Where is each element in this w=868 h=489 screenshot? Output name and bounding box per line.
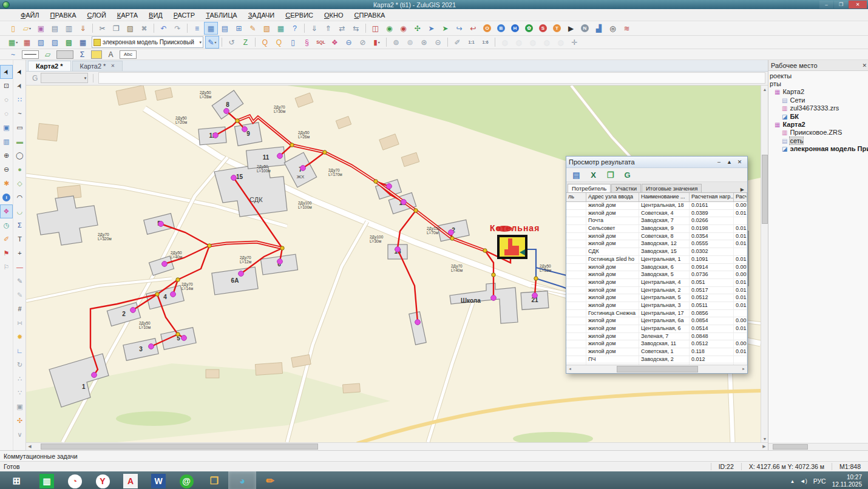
table-row[interactable]: Гостиница Sled ho Центральная, 1 0.1091 … xyxy=(566,256,747,264)
chrome-icon[interactable]: ◔ xyxy=(61,471,89,489)
network-tools-icon[interactable]: ✣ xyxy=(13,414,26,428)
badge-h-icon[interactable]: H xyxy=(508,22,522,35)
badge-ok-icon[interactable]: ✿ xyxy=(522,22,536,35)
edit-layer-icon[interactable]: ▨ xyxy=(48,36,62,49)
table-row[interactable]: жилой дом Советская, 8 0.0354 0.01 xyxy=(566,233,747,241)
tree-item[interactable]: Карта2 xyxy=(768,88,868,96)
word-icon[interactable]: W xyxy=(144,471,172,489)
switch-tasks-icon[interactable]: ✣ xyxy=(410,22,424,35)
legend-icon[interactable]: ▤ xyxy=(218,22,232,35)
draw-sector-icon[interactable]: ◡ xyxy=(13,204,26,218)
dialog-hscrollbar[interactable]: ◂ ▸ xyxy=(566,365,747,373)
table-row[interactable]: жилой дом Центральная, 2 0.0517 0.01 xyxy=(566,287,747,295)
consumer-node[interactable] xyxy=(401,200,407,205)
windows-store-icon[interactable]: ▥ xyxy=(33,471,61,489)
info-icon[interactable]: i xyxy=(0,191,13,204)
export-results-icon[interactable]: G xyxy=(620,169,634,181)
chart-icon[interactable]: ◫ xyxy=(368,22,382,35)
line-style-sample[interactable] xyxy=(20,48,41,61)
pen-icon[interactable]: ✎▾ xyxy=(205,36,219,49)
vscroll-thumb[interactable] xyxy=(762,155,768,224)
junction-node[interactable] xyxy=(534,277,538,280)
menu-item[interactable]: СЕРВИС xyxy=(280,11,318,19)
label-icon[interactable]: ✎ xyxy=(13,274,26,288)
copy-results-icon[interactable]: ❐ xyxy=(603,169,617,181)
junction-node[interactable] xyxy=(323,150,327,154)
excel-export-icon[interactable]: X xyxy=(586,169,600,181)
compass-icon[interactable]: ◷ xyxy=(0,218,13,232)
tab-close-icon[interactable]: ✕ xyxy=(110,63,115,69)
chevron-down-icon[interactable]: ▾ xyxy=(199,40,202,45)
label-frame-icon[interactable]: ✎ xyxy=(13,288,26,302)
junction-node[interactable] xyxy=(208,244,211,248)
menu-item[interactable]: ПРАВКА xyxy=(46,11,81,19)
flag-red-icon[interactable]: ⚑ xyxy=(0,246,13,260)
menu-item[interactable]: ОКНО xyxy=(319,11,348,19)
dialog-close-button[interactable]: ✕ xyxy=(734,159,745,165)
menu-item[interactable]: РАСТР xyxy=(169,11,200,19)
more-tools-icon[interactable]: ∨ xyxy=(13,428,26,442)
info-select-icon[interactable]: ▯ xyxy=(286,36,300,49)
paste-icon[interactable]: ▨ xyxy=(123,22,137,35)
junction-node[interactable] xyxy=(155,292,159,296)
consumer-node[interactable] xyxy=(387,184,392,189)
badge-t-icon[interactable]: T xyxy=(550,22,564,35)
tab-karta2-2[interactable]: Карта2 * ✕ xyxy=(72,61,123,71)
symbol-style-sample[interactable] xyxy=(89,48,104,61)
geo-search-icon[interactable]: ❖ xyxy=(328,36,342,49)
clear-results-icon[interactable]: ⇆ xyxy=(349,22,363,35)
hatch-icon[interactable]: # xyxy=(13,302,26,316)
add-layer-button[interactable]: ▦▾ xyxy=(6,36,20,49)
zoom-free-icon[interactable]: ⊘ xyxy=(356,36,370,49)
menu-item[interactable]: ЗАДАЧИ xyxy=(243,11,280,19)
draw-arc-icon[interactable]: ◠ xyxy=(13,191,26,204)
select-lasso-icon[interactable]: ◌ xyxy=(0,107,13,121)
tree-item[interactable]: zul34673333.zrs xyxy=(768,104,868,112)
language-indicator[interactable]: РУС xyxy=(813,477,826,485)
junction-node[interactable] xyxy=(483,249,487,252)
chevron-down-icon[interactable]: ▾ xyxy=(16,40,18,44)
undo-edit-icon[interactable]: ↺ xyxy=(225,36,239,49)
map-vscrollbar[interactable]: ▲ ▼ xyxy=(761,86,768,442)
junction-node[interactable] xyxy=(374,180,378,183)
yandex-browser-icon[interactable]: Y xyxy=(89,471,117,489)
play-icon[interactable]: ▶ xyxy=(564,22,578,35)
layer-properties-icon[interactable]: ▧ xyxy=(34,36,48,49)
find-copy-icon[interactable]: Q xyxy=(272,36,286,49)
window-titlebar[interactable]: Карта2 * (ti1) - ZuluGIS 2021 – ❐ ✕ xyxy=(0,0,868,9)
consumer-node[interactable] xyxy=(277,259,283,265)
measure-ruler-icon[interactable]: ✐ xyxy=(0,232,13,246)
insert-point-icon[interactable]: + xyxy=(13,246,26,260)
map-window-icon[interactable]: ▦ xyxy=(204,22,218,35)
record-icon[interactable]: ◎ xyxy=(606,22,620,35)
consumer-node[interactable] xyxy=(171,292,176,297)
insert-symbol-icon[interactable]: Σ xyxy=(13,218,26,232)
select-rect-icon[interactable]: ⊡ xyxy=(0,79,13,93)
print-preview-icon[interactable]: ▥ xyxy=(62,22,76,35)
layer-list-icon[interactable]: ≡ xyxy=(190,22,204,35)
pan-hand-icon[interactable]: ✱ xyxy=(0,177,13,191)
lasso-select-icon[interactable]: § xyxy=(300,36,314,49)
column-header[interactable]: Адрес узла ввода xyxy=(586,193,639,201)
badge-s-icon[interactable]: S xyxy=(536,22,550,35)
junction-node[interactable] xyxy=(492,273,495,277)
map-designer-icon[interactable]: ✏ xyxy=(256,471,284,489)
topology-icon[interactable]: Z xyxy=(239,36,253,49)
consumer-node[interactable] xyxy=(300,166,306,171)
tree-item[interactable]: Приисковое.ZRS xyxy=(768,129,868,137)
tree-item[interactable]: БК xyxy=(768,112,868,120)
layer-combo[interactable]: элекронная модель Приисковый ▾ xyxy=(92,36,203,48)
table-row[interactable]: Сельсовет Заводская, 9 0.0198 0.01 xyxy=(566,225,747,233)
minimize-button[interactable]: – xyxy=(819,1,833,8)
scale-1-1-icon[interactable]: 1:1 xyxy=(464,36,478,49)
draw-filled-ellipse-icon[interactable]: ● xyxy=(13,163,26,177)
consumer-node[interactable] xyxy=(149,344,154,349)
start-button[interactable]: ⊞ xyxy=(0,471,33,489)
scale-1-6-icon[interactable]: 1:6 xyxy=(478,36,492,49)
save-icon[interactable]: ▣ xyxy=(34,22,48,35)
acrobat-icon[interactable]: A xyxy=(117,471,144,489)
print-icon[interactable]: ▤ xyxy=(48,22,62,35)
column-header[interactable]: Наименование ... xyxy=(639,193,690,201)
zulugis-icon[interactable]: ◕ xyxy=(228,471,256,489)
scroll-right-icon[interactable]: ▶ xyxy=(761,443,768,450)
